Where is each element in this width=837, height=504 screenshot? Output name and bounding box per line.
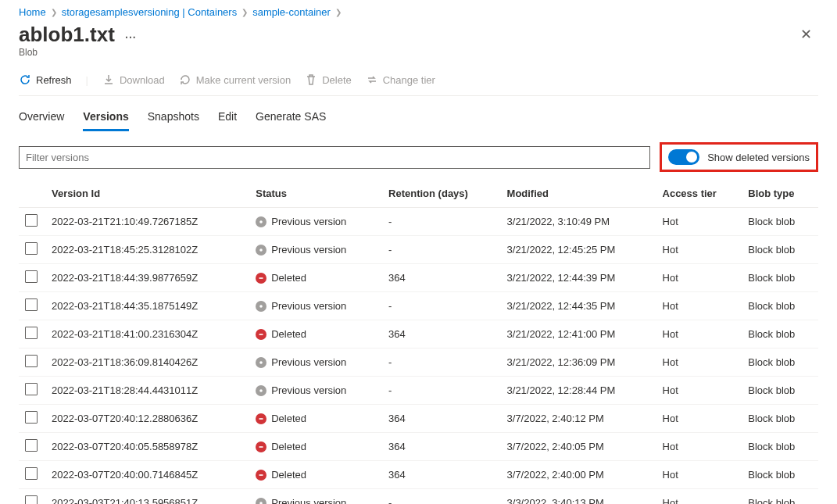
row-checkbox[interactable]	[25, 298, 38, 311]
tab-overview[interactable]: Overview	[19, 104, 64, 131]
page-subtitle: Blob	[19, 47, 137, 58]
table-row[interactable]: 2022-03-21T21:10:49.7267185ZPrevious ver…	[19, 208, 818, 236]
cell-modified: 3/21/2022, 12:41:00 PM	[501, 320, 656, 349]
deleted-icon	[256, 470, 266, 481]
row-checkbox[interactable]	[25, 270, 38, 283]
cell-status: Previous version	[256, 384, 346, 396]
cell-status: Deleted	[256, 272, 306, 284]
chevron-right-icon: ❯	[51, 8, 57, 16]
col-checkbox	[19, 180, 45, 208]
row-checkbox[interactable]	[25, 214, 38, 227]
cell-modified: 3/21/2022, 12:36:09 PM	[501, 349, 656, 377]
cell-version-id: 2022-03-21T18:36:09.8140426Z	[45, 349, 249, 377]
toggle-label: Show deleted versions	[707, 152, 810, 163]
breadcrumb-container[interactable]: sample-container	[252, 6, 331, 18]
cell-modified: 3/7/2022, 2:40:05 PM	[501, 433, 656, 461]
table-row[interactable]: 2022-03-21T18:44:39.9877659ZDeleted3643/…	[19, 264, 818, 292]
download-button[interactable]: Download	[102, 73, 165, 86]
cell-status: Deleted	[256, 413, 306, 424]
col-access-tier[interactable]: Access tier	[656, 180, 742, 208]
refresh-button[interactable]: Refresh	[19, 73, 72, 86]
cell-blob-type: Block blob	[742, 236, 818, 264]
delete-button[interactable]: Delete	[305, 73, 352, 86]
cell-version-id: 2022-03-07T20:40:05.5858978Z	[45, 433, 249, 461]
tab-snapshots[interactable]: Snapshots	[148, 104, 199, 131]
make-current-label: Make current version	[196, 74, 291, 86]
col-blob-type[interactable]: Blob type	[742, 180, 818, 208]
cell-version-id: 2022-03-21T18:44:35.1875149Z	[45, 292, 249, 320]
table-row[interactable]: 2022-03-21T18:44:35.1875149ZPrevious ver…	[19, 292, 818, 320]
page-title: ablob1.txt	[19, 23, 115, 46]
chevron-right-icon: ❯	[241, 8, 248, 16]
cell-blob-type: Block blob	[742, 264, 818, 292]
make-current-icon	[179, 73, 191, 86]
svg-rect-4	[259, 334, 263, 335]
more-actions-icon[interactable]: ···	[125, 31, 137, 44]
cell-status: Deleted	[256, 328, 306, 340]
table-row[interactable]: 2022-03-21T18:36:09.8140426ZPrevious ver…	[19, 349, 818, 377]
deleted-icon	[256, 413, 266, 424]
cell-access-tier: Hot	[656, 349, 742, 377]
cell-version-id: 2022-03-21T18:41:00.2316304Z	[45, 320, 249, 349]
cell-retention: 364	[382, 461, 500, 489]
cell-retention: -	[382, 292, 500, 320]
deleted-icon	[256, 273, 266, 284]
row-checkbox[interactable]	[25, 411, 38, 424]
cell-blob-type: Block blob	[742, 433, 818, 461]
cell-status: Previous version	[256, 300, 346, 312]
breadcrumb-storage[interactable]: storagesamplesversioning | Containers	[62, 6, 238, 18]
col-version-id[interactable]: Version Id	[45, 180, 249, 208]
svg-rect-7	[259, 418, 263, 420]
cell-retention: -	[382, 236, 500, 264]
cell-access-tier: Hot	[656, 264, 742, 292]
table-row[interactable]: 2022-03-21T18:45:25.3128102ZPrevious ver…	[19, 236, 818, 264]
cell-status: Deleted	[256, 469, 306, 481]
row-checkbox[interactable]	[25, 495, 38, 504]
cell-modified: 3/21/2022, 12:44:35 PM	[501, 292, 656, 320]
tab-versions[interactable]: Versions	[83, 104, 128, 131]
svg-point-6	[259, 389, 263, 392]
cell-access-tier: Hot	[656, 405, 742, 433]
row-checkbox[interactable]	[25, 242, 38, 255]
table-row[interactable]: 2022-03-07T20:40:05.5858978ZDeleted3643/…	[19, 433, 818, 461]
row-checkbox[interactable]	[25, 439, 38, 452]
svg-point-5	[259, 361, 263, 364]
table-row[interactable]: 2022-03-21T18:41:00.2316304ZDeleted3643/…	[19, 320, 818, 349]
cell-access-tier: Hot	[656, 461, 742, 489]
row-checkbox[interactable]	[25, 355, 38, 367]
previous-version-icon	[256, 357, 266, 368]
col-retention[interactable]: Retention (days)	[382, 180, 500, 208]
change-tier-button[interactable]: Change tier	[366, 73, 435, 86]
tab-bar: Overview Versions Snapshots Edit Generat…	[19, 104, 818, 131]
cell-retention: 364	[382, 264, 500, 292]
col-status[interactable]: Status	[249, 180, 382, 208]
versions-table-wrap: Version Id Status Retention (days) Modif…	[19, 180, 818, 504]
cell-retention: -	[382, 489, 500, 505]
table-row[interactable]: 2022-03-21T18:28:44.4431011ZPrevious ver…	[19, 377, 818, 405]
cell-retention: 364	[382, 405, 500, 433]
cell-access-tier: Hot	[656, 489, 742, 505]
cell-modified: 3/21/2022, 12:45:25 PM	[501, 236, 656, 264]
tab-edit[interactable]: Edit	[218, 104, 237, 131]
row-checkbox[interactable]	[25, 327, 38, 339]
download-label: Download	[120, 74, 165, 86]
row-checkbox[interactable]	[25, 383, 38, 395]
previous-version-icon	[256, 301, 266, 312]
versions-table: Version Id Status Retention (days) Modif…	[19, 180, 818, 504]
table-row[interactable]: 2022-03-07T20:40:12.2880636ZDeleted3643/…	[19, 405, 818, 433]
filter-versions-input[interactable]	[19, 146, 650, 169]
table-row[interactable]: 2022-03-03T21:40:13.5956851ZPrevious ver…	[19, 489, 818, 505]
row-checkbox[interactable]	[25, 467, 38, 480]
col-modified[interactable]: Modified	[501, 180, 656, 208]
close-button[interactable]: ✕	[794, 23, 818, 46]
cell-status: Previous version	[256, 356, 346, 368]
table-row[interactable]: 2022-03-07T20:40:00.7146845ZDeleted3643/…	[19, 461, 818, 489]
cell-version-id: 2022-03-07T20:40:12.2880636Z	[45, 405, 249, 433]
breadcrumb-home[interactable]: Home	[19, 6, 46, 18]
svg-rect-9	[259, 474, 263, 476]
make-current-version-button[interactable]: Make current version	[179, 73, 291, 86]
tab-generate-sas[interactable]: Generate SAS	[256, 104, 326, 131]
show-deleted-versions-toggle[interactable]: Show deleted versions	[660, 142, 818, 172]
cell-blob-type: Block blob	[742, 320, 818, 349]
command-bar: Refresh | Download Make current version …	[19, 69, 818, 96]
